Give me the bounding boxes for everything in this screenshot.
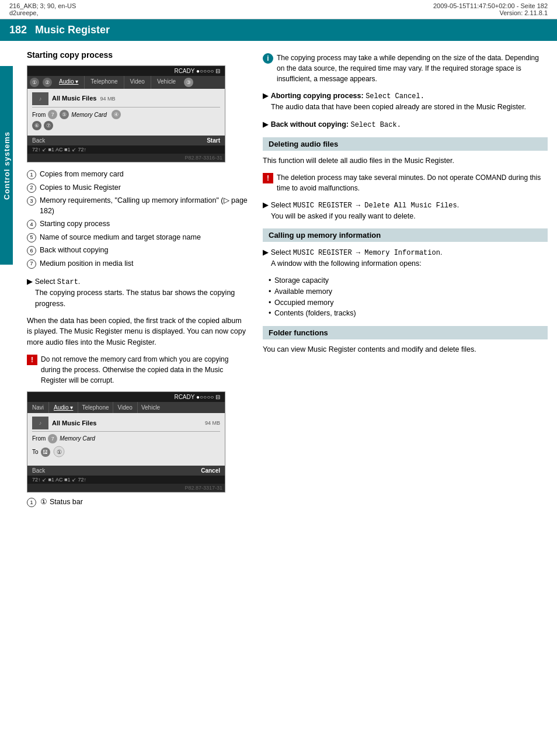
bullet-storage: Storage capacity [269,275,548,286]
screen2-progress: ① [53,445,65,459]
header-left: 216_AKB; 3; 90, en-US d2ureepe, [9,2,76,16]
num-3: 3 [27,196,36,206]
bullet-available: Available memory [269,286,548,297]
nav-vehicle2[interactable]: Vehicle [138,402,163,413]
svg-text:①: ① [56,449,61,455]
screen1-status-bar: RCADY ●○○○○ ⊟ [174,68,220,74]
num-6: 6 [27,246,36,255]
num-4: 4 [27,220,36,229]
screen2-body: ♪ All Music Files 94 MB From 7 Memory Ca… [27,413,225,466]
screen2-to-icon: 🖫 [41,448,50,457]
num-1: 1 [27,170,36,179]
screen1-body: ♪ All Music Files 94 MB From 7 ⑤ Memory … [27,89,225,136]
bullet-occupied: Occupied memory [269,297,548,308]
status-bar-label: 1 ① Status bar [27,497,249,507]
screen1-size: 94 MB [100,96,115,102]
deleting-desc: This function will delete all audio file… [263,155,548,167]
screen1-ref: P82.87-3316-31 [27,154,225,162]
delete-desc: You will be asked if you really want to … [263,211,548,222]
folder-section-header: Folder functions [263,326,548,339]
nav-telephone[interactable]: Telephone [85,76,124,89]
bullet-contents: Contents (folders, tracks) [269,308,548,319]
calling-select-item: ▶ Select MUSIC REGISTER → Memory Informa… [263,247,548,269]
page-number: 182 [9,24,27,36]
screen2-to-row: To 🖫 ① [32,445,220,459]
screen2-from-icon: 7 [48,434,57,443]
icon-6: ⑥ [32,121,41,130]
warning-icon: ! [27,355,37,365]
screen1-all-music: All Music Files [52,95,96,102]
screen2-nav: Navi Audio ▾ Telephone Video Vehicle [27,402,225,413]
header-right: 2009-05-15T11:47:50+02:00 - Seite 182 Ve… [433,2,548,16]
nav-icon-2: ② [43,78,52,87]
list-item: 4 Starting copy process [27,219,249,230]
screen1-start[interactable]: Start [207,137,220,144]
folder-desc: You can view Music Register contents and… [263,344,548,355]
info-box-copy: i The copying process may take a while d… [263,53,548,84]
list-item: 5 Name of source medium and target stora… [27,233,249,243]
icon-7: ⑦ [44,121,53,130]
page-title-bar: 182 Music Register [0,19,557,41]
header-meta: 216_AKB; 3; 90, en-US d2ureepe, 2009-05-… [0,0,557,19]
screen2-status-bar: RCADY ●○○○○ ⊟ [174,394,220,400]
deletion-warning-box: ! The deletion process may take several … [263,172,548,193]
deletion-warn-icon: ! [263,173,273,183]
list-item: 2 Copies to Music Register [27,183,249,193]
nav-icon-3: ③ [184,78,193,87]
aborting-desc: The audio data that have been copied alr… [263,102,548,113]
screen2-cancel[interactable]: Cancel [201,467,220,474]
nav-video[interactable]: Video [124,76,151,89]
left-column: Starting copy process RCADY ●○○○○ ⊟ ① ② … [27,50,249,507]
select-start-item: ▶ Select Start. The copying process star… [27,276,249,310]
nav-audio2[interactable]: Audio ▾ [49,402,78,413]
nav-navi[interactable]: Navi [27,402,49,413]
screen2-ref: P82.87-3317-31 [27,484,225,492]
from-icon: 7 [48,110,57,119]
screen2-back[interactable]: Back [32,467,45,474]
screen2-from-row: From 7 Memory Card [32,434,220,443]
nav-video2[interactable]: Video [113,402,138,413]
screen2-all-music: All Music Files [52,419,96,426]
list-item: 6 Back without copying [27,245,249,256]
list-item: 3 Memory requirements, "Calling up memor… [27,196,249,216]
screen2-size: 94 MB [205,420,220,426]
deleting-section-header: Deleting audio files [263,137,548,151]
device-screen-1: RCADY ●○○○○ ⊟ ① ② Audio ▾ Telephone Vide… [27,65,225,162]
status-bar-num: 1 [27,498,36,507]
warning-text: Do not remove the memory card from which… [41,354,249,386]
calling-desc: A window with the following information … [263,258,548,269]
screen2-bottom: Back Cancel [27,466,225,476]
select-start-desc: The copying process starts. The status b… [27,287,249,310]
info-icon: i [263,53,273,64]
music-icon-2: ♪ [32,417,48,429]
icon-4: ④ [112,110,121,119]
num-7: 7 [27,259,36,269]
screen1-status-row: 72↑ ↙ ■1 AC ■1 ↙ 72↑ [27,145,225,154]
aborting-item: ▶ Aborting copying process: Select Cance… [263,90,548,113]
nav-telephone2[interactable]: Telephone [78,402,113,413]
from-label: From [32,112,46,118]
list-item: 7 Medium position in media list [27,259,249,269]
num-2: 2 [27,183,36,193]
calling-bullets-list: Storage capacity Available memory Occupi… [263,275,548,319]
num-list: 1 Copies from memory card 2 Copies to Mu… [27,169,249,269]
device-screen-2: RCADY ●○○○○ ⊟ Navi Audio ▾ Telephone Vid… [27,391,225,493]
info-text: The copying process may take a while dep… [277,53,548,84]
right-column: i The copying process may take a while d… [263,50,548,507]
section-title-copy: Starting copy process [27,50,249,60]
calling-section-header: Calling up memory information [263,228,548,242]
deletion-warning: The deletion process may take several mi… [277,172,548,193]
when-copied-text: When the data has been copied, the first… [27,315,249,348]
nav-vehicle[interactable]: Vehicle [151,76,182,89]
nav-icon-1: ① [30,78,39,87]
screen1-back[interactable]: Back [32,137,45,144]
screen1-nav: ① ② Audio ▾ Telephone Video Vehicle ③ [27,76,225,89]
screen2-status-row: 72↑ ↙ ■1 AC ■1 ↙ 72↑ [27,476,225,484]
page-title: Music Register [35,24,110,36]
screen1-bottom: Back Start [27,136,225,145]
nav-audio[interactable]: Audio ▾ [53,76,85,89]
warning-box: ! Do not remove the memory card from whi… [27,354,249,386]
music-icon: ♪ [32,92,48,105]
from-icon2: ⑤ [60,110,69,119]
screen1-from-row: From 7 ⑤ Memory Card ④ [32,110,220,119]
